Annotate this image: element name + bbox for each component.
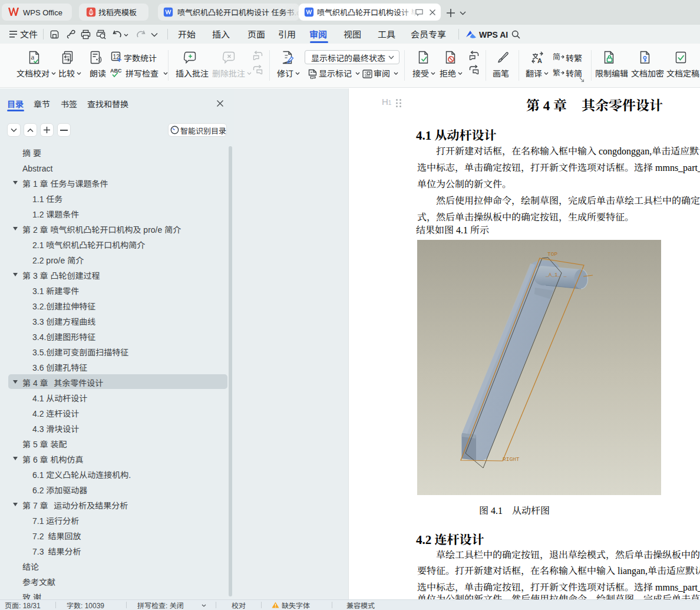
svg-text:ABC: ABC: [110, 68, 122, 74]
svg-text:TOP: TOP: [547, 251, 557, 258]
svg-text:_A_1_ _: _A_1_ _: [545, 272, 567, 278]
svg-text:a: a: [31, 52, 35, 61]
svg-text:简: 简: [553, 52, 560, 62]
svg-text:RIGHT: RIGHT: [503, 456, 520, 463]
svg-text:A: A: [537, 57, 542, 64]
svg-text:12: 12: [113, 53, 120, 60]
svg-text:繁: 繁: [553, 68, 560, 78]
